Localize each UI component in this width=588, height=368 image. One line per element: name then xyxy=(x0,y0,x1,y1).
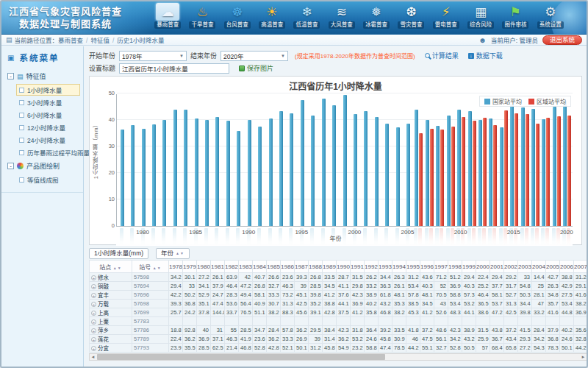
year-column-header[interactable]: 1993 xyxy=(379,261,392,273)
expand-row-icon[interactable]: + xyxy=(91,328,96,333)
x-tick-label: 2015 xyxy=(507,229,520,236)
sidebar-item-历年暴雨过程平均雨量[interactable]: 历年暴雨过程平均雨量 xyxy=(16,146,80,158)
toolbar-item-gale[interactable]: ≋大风普查 xyxy=(326,3,357,34)
save-image-button[interactable]: 保存图片 xyxy=(239,63,273,73)
station-id-column-header[interactable]: 站号 ▲▼ xyxy=(132,261,169,273)
expand-row-icon[interactable]: + xyxy=(91,275,96,280)
sidebar-item-6小时降水量[interactable]: 6小时降水量 xyxy=(16,109,80,121)
user-icon: ☻ xyxy=(478,36,487,44)
toolbar-item-risk-calc[interactable]: ▦综合风险 xyxy=(465,3,496,34)
value-cell: 47.4 xyxy=(379,344,392,353)
year-column-header[interactable]: 1998 xyxy=(448,261,462,273)
measure-button[interactable]: 1小时降水量(mm) xyxy=(89,248,148,259)
toolbar-item-label: 雪灾普查 xyxy=(398,21,424,29)
year-column-header[interactable]: 2000 xyxy=(476,261,490,273)
toolbar-item-lightning[interactable]: ⚡雷电普查 xyxy=(431,3,462,34)
year-column-header[interactable]: 2001 xyxy=(490,261,504,273)
scrollbar-thumb[interactable] xyxy=(97,354,385,360)
breadcrumb-item[interactable]: 历史1小时降水量 xyxy=(117,37,164,44)
expand-row-icon[interactable]: + xyxy=(91,302,96,307)
expand-row-icon[interactable]: + xyxy=(91,293,96,298)
toolbar-item-snow[interactable]: ❆雪灾普查 xyxy=(395,3,426,34)
toolbar-item-hail[interactable]: ❅冰雹普查 xyxy=(361,3,392,34)
year-column-header[interactable]: 1983 xyxy=(239,261,253,273)
toolbar-item-high-temp[interactable]: ☀高温普查 xyxy=(257,3,287,34)
toolbar-item-drought[interactable]: ♨干旱普查 xyxy=(187,3,218,34)
value-cell xyxy=(337,317,351,326)
value-cell: 35.1 xyxy=(197,300,211,308)
toolbar-item-rainstorm[interactable]: ☁暴雨普查 xyxy=(152,3,183,34)
station-name: 铜鼓 xyxy=(98,283,109,290)
value-cell: 38.8 xyxy=(323,300,337,308)
year-column-header[interactable]: 2007 xyxy=(574,261,587,273)
year-column-header[interactable]: 1979 xyxy=(183,261,197,273)
year-sort-button[interactable]: 年份 ▲▼ xyxy=(156,248,190,259)
year-column-header[interactable]: 2005 xyxy=(546,261,560,273)
toolbar-item-typhoon[interactable]: ☸台风普查 xyxy=(222,3,253,34)
calc-result-button[interactable]: 计算结果 xyxy=(425,51,459,60)
sidebar-group-特征值[interactable]: -▤特征值 xyxy=(1,69,83,83)
collapse-icon[interactable]: - xyxy=(7,163,14,169)
collapse-icon[interactable]: - xyxy=(7,73,14,79)
year-column-header[interactable]: 1982 xyxy=(225,261,239,273)
year-column-header[interactable]: 1991 xyxy=(351,261,365,273)
logout-button[interactable]: 退出系统 xyxy=(542,35,582,45)
year-column-header[interactable]: 1990 xyxy=(337,261,351,273)
year-column-header[interactable]: 1995 xyxy=(406,261,420,273)
sidebar-item-等值线成图[interactable]: 等值线成图 xyxy=(16,174,80,185)
expand-row-icon[interactable]: + xyxy=(91,346,96,351)
expand-row-icon[interactable]: + xyxy=(91,337,96,342)
year-column-header[interactable]: 2006 xyxy=(560,261,574,273)
breadcrumb-item[interactable]: 暴雨普查 xyxy=(58,37,83,44)
typhoon-icon: ☸ xyxy=(226,3,249,21)
year-column-header[interactable]: 1989 xyxy=(323,261,337,273)
value-cell: 33.3 xyxy=(281,335,295,344)
download-data-button[interactable]: ↓ 数据下载 xyxy=(468,51,503,60)
year-column-header[interactable]: 1980 xyxy=(197,261,211,273)
year-column-header[interactable]: 2002 xyxy=(504,261,518,273)
low-temp-icon: ❄ xyxy=(295,3,318,21)
year-column-header[interactable]: 1986 xyxy=(281,261,295,273)
year-column-header[interactable]: 1985 xyxy=(267,261,281,273)
year-column-header[interactable]: 2004 xyxy=(532,261,546,273)
horizontal-scrollbar[interactable]: ◄ ► xyxy=(89,353,587,361)
year-column-header[interactable]: 1996 xyxy=(420,261,434,273)
year-column-header[interactable]: 1992 xyxy=(365,261,379,273)
sidebar-item-3小时降水量[interactable]: 3小时降水量 xyxy=(16,96,80,108)
value-cell: 42.3 xyxy=(337,326,351,335)
legend-swatch xyxy=(528,99,534,105)
year-column-header[interactable]: 1997 xyxy=(434,261,448,273)
station-name: 分宜 xyxy=(98,345,109,352)
year-column-header[interactable]: 1988 xyxy=(309,261,323,273)
expand-row-icon[interactable]: + xyxy=(91,319,96,325)
breadcrumb-item[interactable]: 特征值 xyxy=(90,37,110,44)
sidebar-item-24小时降水量[interactable]: 24小时降水量 xyxy=(16,134,80,146)
year-column-header[interactable]: 1987 xyxy=(295,261,309,273)
value-cell xyxy=(211,317,225,326)
chart-title-input[interactable] xyxy=(119,63,229,74)
expand-row-icon[interactable]: + xyxy=(91,284,96,289)
table-row: +上高5769925.724.237.8144.833.776.551.138.… xyxy=(90,308,587,317)
station-column-header[interactable]: 站点 ▲▼ xyxy=(90,261,132,273)
start-year-select[interactable]: 1978年 ▼ xyxy=(119,51,187,61)
year-column-header[interactable]: 2003 xyxy=(518,261,532,273)
sidebar-item-1小时降水量[interactable]: 1小时降水量 xyxy=(16,84,80,96)
value-cell: 34.8 xyxy=(546,291,560,300)
end-year-select[interactable]: 2020年 ▼ xyxy=(220,51,288,61)
year-column-header[interactable]: 1984 xyxy=(253,261,267,273)
sidebar-item-label: 历年暴雨过程平均雨量 xyxy=(27,148,90,157)
year-column-header[interactable]: 1981 xyxy=(211,261,225,273)
toolbar-item-map-review[interactable]: ⚑图件审核 xyxy=(500,3,531,34)
value-cell: 37.7 xyxy=(490,282,504,291)
toolbar-item-settings[interactable]: ⚙系统设置 xyxy=(535,3,566,34)
sidebar-item-12小时降水量[interactable]: 12小时降水量 xyxy=(16,121,80,133)
expand-row-icon[interactable]: + xyxy=(91,311,96,316)
year-column-header[interactable]: 1994 xyxy=(392,261,406,273)
sidebar-group-产品图绘制[interactable]: -产品图绘制 xyxy=(1,159,83,173)
scroll-right-icon[interactable]: ► xyxy=(580,354,587,360)
year-column-header[interactable]: 1999 xyxy=(462,261,476,273)
scroll-left-icon[interactable]: ◄ xyxy=(90,354,96,360)
toolbar-item-low-temp[interactable]: ❄低温普查 xyxy=(291,3,322,34)
year-column-header[interactable]: 1978 xyxy=(169,261,183,273)
bar-national-2002 xyxy=(375,117,379,226)
